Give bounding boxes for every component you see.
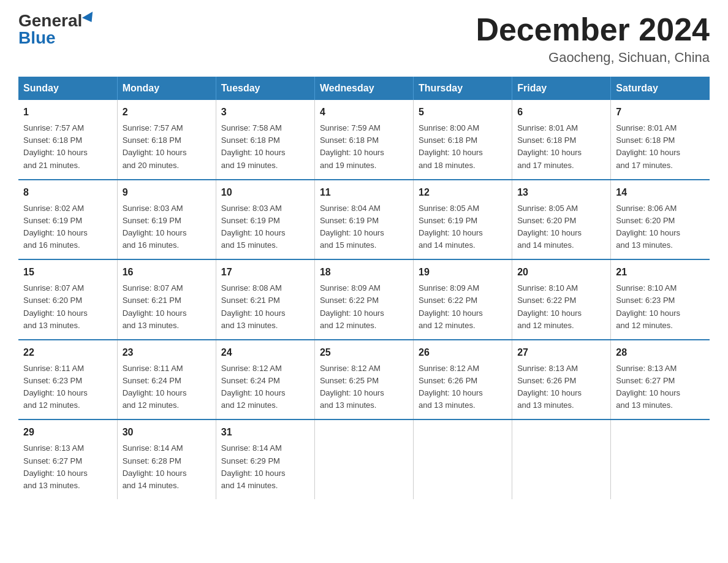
calendar-body: 1Sunrise: 7:57 AMSunset: 6:18 PMDaylight… [18, 100, 710, 499]
calendar-location: Gaocheng, Sichuan, China [476, 50, 710, 66]
day-info: Sunrise: 8:00 AMSunset: 6:18 PMDaylight:… [419, 122, 507, 172]
calendar-cell: 18Sunrise: 8:09 AMSunset: 6:22 PMDayligh… [314, 259, 413, 340]
calendar-cell: 6Sunrise: 8:01 AMSunset: 6:18 PMDaylight… [512, 100, 611, 180]
day-number: 31 [221, 425, 309, 440]
page-header: General Blue December 2024 Gaocheng, Sic… [18, 12, 710, 66]
day-number: 5 [419, 105, 507, 120]
day-info: Sunrise: 8:13 AMSunset: 6:26 PMDaylight:… [517, 362, 605, 412]
day-info: Sunrise: 8:10 AMSunset: 6:23 PMDaylight:… [616, 282, 705, 332]
day-info: Sunrise: 7:58 AMSunset: 6:18 PMDaylight:… [221, 122, 309, 172]
calendar-cell: 16Sunrise: 8:07 AMSunset: 6:21 PMDayligh… [117, 259, 216, 340]
day-number: 22 [23, 345, 112, 360]
calendar-cell [414, 419, 512, 499]
day-info: Sunrise: 8:11 AMSunset: 6:23 PMDaylight:… [23, 362, 112, 412]
day-number: 12 [419, 185, 507, 200]
day-number: 16 [123, 265, 211, 280]
header-row: Sunday Monday Tuesday Wednesday Thursday… [18, 77, 710, 100]
calendar-cell [611, 419, 710, 499]
calendar-cell: 31Sunrise: 8:14 AMSunset: 6:29 PMDayligh… [216, 419, 314, 499]
day-number: 25 [320, 345, 408, 360]
day-info: Sunrise: 8:05 AMSunset: 6:20 PMDaylight:… [517, 202, 605, 252]
header-friday: Friday [512, 77, 611, 100]
day-number: 28 [616, 345, 705, 360]
day-info: Sunrise: 8:06 AMSunset: 6:20 PMDaylight:… [616, 202, 705, 252]
calendar-cell: 7Sunrise: 8:01 AMSunset: 6:18 PMDaylight… [611, 100, 710, 180]
day-number: 7 [616, 105, 705, 120]
day-number: 26 [419, 345, 507, 360]
day-info: Sunrise: 8:08 AMSunset: 6:21 PMDaylight:… [221, 282, 309, 332]
calendar-cell: 11Sunrise: 8:04 AMSunset: 6:19 PMDayligh… [314, 180, 413, 260]
day-number: 20 [517, 265, 605, 280]
calendar-cell: 8Sunrise: 8:02 AMSunset: 6:19 PMDaylight… [18, 180, 117, 260]
calendar-cell: 12Sunrise: 8:05 AMSunset: 6:19 PMDayligh… [414, 180, 512, 260]
header-saturday: Saturday [611, 77, 710, 100]
header-tuesday: Tuesday [216, 77, 314, 100]
day-number: 19 [419, 265, 507, 280]
day-number: 2 [123, 105, 211, 120]
calendar-cell: 2Sunrise: 7:57 AMSunset: 6:18 PMDaylight… [117, 100, 216, 180]
calendar-cell: 1Sunrise: 7:57 AMSunset: 6:18 PMDaylight… [18, 100, 117, 180]
day-number: 17 [221, 265, 309, 280]
calendar-cell: 23Sunrise: 8:11 AMSunset: 6:24 PMDayligh… [117, 340, 216, 420]
calendar-header: Sunday Monday Tuesday Wednesday Thursday… [18, 77, 710, 100]
day-number: 27 [517, 345, 605, 360]
calendar-cell: 29Sunrise: 8:13 AMSunset: 6:27 PMDayligh… [18, 419, 117, 499]
calendar-cell: 26Sunrise: 8:12 AMSunset: 6:26 PMDayligh… [414, 340, 512, 420]
day-number: 21 [616, 265, 705, 280]
day-info: Sunrise: 8:11 AMSunset: 6:24 PMDaylight:… [123, 362, 211, 412]
day-number: 9 [123, 185, 211, 200]
day-info: Sunrise: 8:03 AMSunset: 6:19 PMDaylight:… [221, 202, 309, 252]
calendar-title: December 2024 [476, 12, 710, 47]
day-info: Sunrise: 8:14 AMSunset: 6:29 PMDaylight:… [221, 442, 309, 492]
day-info: Sunrise: 8:12 AMSunset: 6:26 PMDaylight:… [419, 362, 507, 412]
day-info: Sunrise: 8:07 AMSunset: 6:21 PMDaylight:… [123, 282, 211, 332]
calendar-cell [512, 419, 611, 499]
day-number: 30 [123, 425, 211, 440]
day-info: Sunrise: 8:12 AMSunset: 6:24 PMDaylight:… [221, 362, 309, 412]
day-info: Sunrise: 8:02 AMSunset: 6:19 PMDaylight:… [23, 202, 112, 252]
calendar-cell: 22Sunrise: 8:11 AMSunset: 6:23 PMDayligh… [18, 340, 117, 420]
calendar-cell: 13Sunrise: 8:05 AMSunset: 6:20 PMDayligh… [512, 180, 611, 260]
calendar-cell: 4Sunrise: 7:59 AMSunset: 6:18 PMDaylight… [314, 100, 413, 180]
calendar-cell: 20Sunrise: 8:10 AMSunset: 6:22 PMDayligh… [512, 259, 611, 340]
day-number: 3 [221, 105, 309, 120]
header-sunday: Sunday [18, 77, 117, 100]
calendar-cell: 30Sunrise: 8:14 AMSunset: 6:28 PMDayligh… [117, 419, 216, 499]
day-number: 4 [320, 105, 408, 120]
day-number: 24 [221, 345, 309, 360]
day-number: 15 [23, 265, 112, 280]
day-info: Sunrise: 8:13 AMSunset: 6:27 PMDaylight:… [23, 442, 112, 492]
header-wednesday: Wednesday [314, 77, 413, 100]
day-number: 11 [320, 185, 408, 200]
calendar-cell: 9Sunrise: 8:03 AMSunset: 6:19 PMDaylight… [117, 180, 216, 260]
day-info: Sunrise: 8:03 AMSunset: 6:19 PMDaylight:… [123, 202, 211, 252]
calendar-week-2: 8Sunrise: 8:02 AMSunset: 6:19 PMDaylight… [18, 180, 710, 260]
calendar-cell: 25Sunrise: 8:12 AMSunset: 6:25 PMDayligh… [314, 340, 413, 420]
day-info: Sunrise: 8:10 AMSunset: 6:22 PMDaylight:… [517, 282, 605, 332]
day-info: Sunrise: 8:04 AMSunset: 6:19 PMDaylight:… [320, 202, 408, 252]
day-info: Sunrise: 8:09 AMSunset: 6:22 PMDaylight:… [419, 282, 507, 332]
day-info: Sunrise: 8:01 AMSunset: 6:18 PMDaylight:… [517, 122, 605, 172]
calendar-cell: 5Sunrise: 8:00 AMSunset: 6:18 PMDaylight… [414, 100, 512, 180]
day-info: Sunrise: 8:12 AMSunset: 6:25 PMDaylight:… [320, 362, 408, 412]
header-monday: Monday [117, 77, 216, 100]
day-info: Sunrise: 8:13 AMSunset: 6:27 PMDaylight:… [616, 362, 705, 412]
calendar-cell: 15Sunrise: 8:07 AMSunset: 6:20 PMDayligh… [18, 259, 117, 340]
day-info: Sunrise: 7:59 AMSunset: 6:18 PMDaylight:… [320, 122, 408, 172]
calendar-cell: 28Sunrise: 8:13 AMSunset: 6:27 PMDayligh… [611, 340, 710, 420]
calendar-table: Sunday Monday Tuesday Wednesday Thursday… [18, 77, 710, 499]
calendar-week-1: 1Sunrise: 7:57 AMSunset: 6:18 PMDaylight… [18, 100, 710, 180]
day-number: 1 [23, 105, 112, 120]
day-info: Sunrise: 7:57 AMSunset: 6:18 PMDaylight:… [23, 122, 112, 172]
day-info: Sunrise: 8:14 AMSunset: 6:28 PMDaylight:… [123, 442, 211, 492]
calendar-cell: 21Sunrise: 8:10 AMSunset: 6:23 PMDayligh… [611, 259, 710, 340]
calendar-week-4: 22Sunrise: 8:11 AMSunset: 6:23 PMDayligh… [18, 340, 710, 420]
day-info: Sunrise: 8:09 AMSunset: 6:22 PMDaylight:… [320, 282, 408, 332]
header-thursday: Thursday [414, 77, 512, 100]
logo: General Blue [18, 12, 96, 47]
day-number: 10 [221, 185, 309, 200]
logo-general-text: General [18, 12, 82, 29]
calendar-week-3: 15Sunrise: 8:07 AMSunset: 6:20 PMDayligh… [18, 259, 710, 340]
day-number: 14 [616, 185, 705, 200]
calendar-week-5: 29Sunrise: 8:13 AMSunset: 6:27 PMDayligh… [18, 419, 710, 499]
